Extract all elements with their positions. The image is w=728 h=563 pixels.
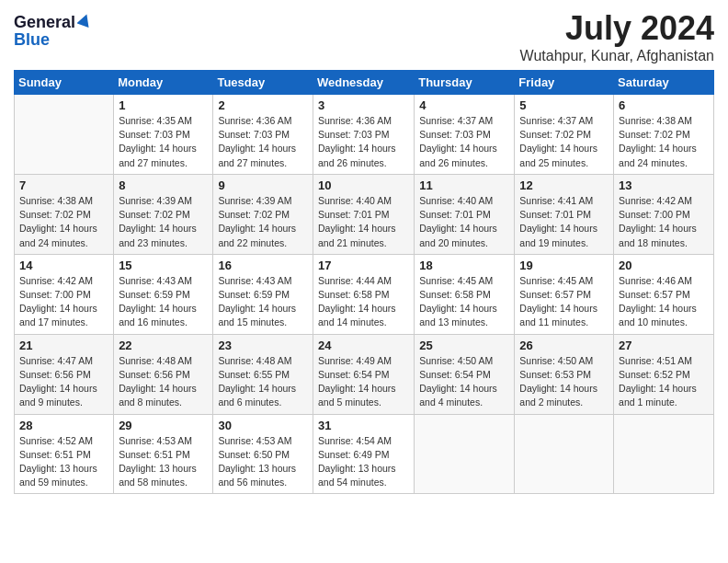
day-number: 28 (19, 419, 108, 432)
days-of-week-row: SundayMondayTuesdayWednesdayThursdayFrid… (15, 71, 714, 95)
week-row-1: 1Sunrise: 4:35 AM Sunset: 7:03 PM Daylig… (15, 95, 714, 175)
calendar-header: SundayMondayTuesdayWednesdayThursdayFrid… (15, 71, 714, 95)
day-number: 25 (419, 339, 509, 352)
day-detail: Sunrise: 4:40 AM Sunset: 7:01 PM Dayligh… (318, 194, 409, 250)
calendar-cell: 22Sunrise: 4:48 AM Sunset: 6:56 PM Dayli… (114, 334, 213, 414)
day-number: 9 (218, 178, 308, 192)
title-area: July 2024 Wutahpur, Kunar, Afghanistan (520, 9, 714, 64)
calendar-cell (614, 414, 714, 494)
day-detail: Sunrise: 4:43 AM Sunset: 6:59 PM Dayligh… (119, 274, 208, 330)
day-number: 29 (119, 419, 208, 432)
week-row-2: 7Sunrise: 4:38 AM Sunset: 7:02 PM Daylig… (15, 174, 714, 254)
day-detail: Sunrise: 4:36 AM Sunset: 7:03 PM Dayligh… (218, 114, 308, 170)
calendar-cell: 15Sunrise: 4:43 AM Sunset: 6:59 PM Dayli… (114, 254, 213, 334)
calendar-cell: 24Sunrise: 4:49 AM Sunset: 6:54 PM Dayli… (313, 334, 414, 414)
day-detail: Sunrise: 4:38 AM Sunset: 7:02 PM Dayligh… (19, 194, 108, 250)
day-of-week-wednesday: Wednesday (313, 71, 414, 95)
calendar-cell: 9Sunrise: 4:39 AM Sunset: 7:02 PM Daylig… (213, 174, 313, 254)
day-number: 1 (119, 98, 208, 112)
calendar-cell: 19Sunrise: 4:45 AM Sunset: 6:57 PM Dayli… (515, 254, 614, 334)
day-number: 23 (218, 339, 308, 352)
day-detail: Sunrise: 4:47 AM Sunset: 6:56 PM Dayligh… (19, 354, 108, 410)
logo-icon (77, 13, 92, 28)
calendar-table: SundayMondayTuesdayWednesdayThursdayFrid… (14, 70, 714, 494)
day-detail: Sunrise: 4:39 AM Sunset: 7:02 PM Dayligh… (119, 194, 208, 250)
location: Wutahpur, Kunar, Afghanistan (520, 48, 714, 64)
calendar-cell: 20Sunrise: 4:46 AM Sunset: 6:57 PM Dayli… (614, 254, 714, 334)
day-number: 24 (318, 339, 409, 352)
calendar-cell: 4Sunrise: 4:37 AM Sunset: 7:03 PM Daylig… (415, 95, 515, 175)
day-number: 17 (318, 259, 409, 272)
calendar-cell: 29Sunrise: 4:53 AM Sunset: 6:51 PM Dayli… (114, 414, 213, 494)
calendar-cell: 10Sunrise: 4:40 AM Sunset: 7:01 PM Dayli… (313, 174, 414, 254)
header: General Blue July 2024 Wutahpur, Kunar, … (14, 9, 714, 64)
calendar-body: 1Sunrise: 4:35 AM Sunset: 7:03 PM Daylig… (15, 95, 714, 494)
calendar-cell: 28Sunrise: 4:52 AM Sunset: 6:51 PM Dayli… (15, 414, 114, 494)
calendar-cell: 5Sunrise: 4:37 AM Sunset: 7:02 PM Daylig… (515, 95, 614, 175)
day-number: 13 (619, 178, 709, 192)
calendar-cell: 25Sunrise: 4:50 AM Sunset: 6:54 PM Dayli… (415, 334, 515, 414)
day-detail: Sunrise: 4:35 AM Sunset: 7:03 PM Dayligh… (119, 114, 208, 170)
calendar-cell: 26Sunrise: 4:50 AM Sunset: 6:53 PM Dayli… (515, 334, 614, 414)
day-detail: Sunrise: 4:48 AM Sunset: 6:55 PM Dayligh… (218, 354, 308, 410)
calendar-cell: 27Sunrise: 4:51 AM Sunset: 6:52 PM Dayli… (614, 334, 714, 414)
day-number: 16 (218, 259, 308, 272)
day-number: 31 (318, 419, 409, 432)
week-row-4: 21Sunrise: 4:47 AM Sunset: 6:56 PM Dayli… (15, 334, 714, 414)
day-number: 19 (519, 259, 609, 272)
day-number: 30 (218, 419, 308, 432)
day-detail: Sunrise: 4:54 AM Sunset: 6:49 PM Dayligh… (318, 434, 409, 490)
week-row-3: 14Sunrise: 4:42 AM Sunset: 7:00 PM Dayli… (15, 254, 714, 334)
day-detail: Sunrise: 4:48 AM Sunset: 6:56 PM Dayligh… (119, 354, 208, 410)
day-detail: Sunrise: 4:41 AM Sunset: 7:01 PM Dayligh… (519, 194, 609, 250)
calendar-cell: 17Sunrise: 4:44 AM Sunset: 6:58 PM Dayli… (313, 254, 414, 334)
calendar-cell: 31Sunrise: 4:54 AM Sunset: 6:49 PM Dayli… (313, 414, 414, 494)
day-detail: Sunrise: 4:53 AM Sunset: 6:51 PM Dayligh… (119, 434, 208, 490)
calendar-cell: 7Sunrise: 4:38 AM Sunset: 7:02 PM Daylig… (15, 174, 114, 254)
day-of-week-tuesday: Tuesday (213, 71, 313, 95)
calendar-cell (515, 414, 614, 494)
day-number: 7 (19, 178, 108, 192)
day-number: 14 (19, 259, 108, 272)
day-detail: Sunrise: 4:50 AM Sunset: 6:53 PM Dayligh… (519, 354, 609, 410)
calendar-cell: 8Sunrise: 4:39 AM Sunset: 7:02 PM Daylig… (114, 174, 213, 254)
day-detail: Sunrise: 4:40 AM Sunset: 7:01 PM Dayligh… (419, 194, 509, 250)
day-of-week-thursday: Thursday (415, 71, 515, 95)
day-number: 6 (619, 98, 709, 112)
day-number: 8 (119, 178, 208, 192)
calendar-cell: 3Sunrise: 4:36 AM Sunset: 7:03 PM Daylig… (313, 95, 414, 175)
day-number: 21 (19, 339, 108, 352)
day-number: 3 (318, 98, 409, 112)
day-number: 15 (119, 259, 208, 272)
day-detail: Sunrise: 4:46 AM Sunset: 6:57 PM Dayligh… (619, 274, 709, 330)
calendar-cell: 12Sunrise: 4:41 AM Sunset: 7:01 PM Dayli… (515, 174, 614, 254)
day-number: 20 (619, 259, 709, 272)
calendar-cell: 30Sunrise: 4:53 AM Sunset: 6:50 PM Dayli… (213, 414, 313, 494)
day-number: 26 (519, 339, 609, 352)
week-row-5: 28Sunrise: 4:52 AM Sunset: 6:51 PM Dayli… (15, 414, 714, 494)
day-of-week-friday: Friday (515, 71, 614, 95)
day-detail: Sunrise: 4:43 AM Sunset: 6:59 PM Dayligh… (218, 274, 308, 330)
svg-marker-0 (77, 13, 92, 28)
day-of-week-saturday: Saturday (614, 71, 714, 95)
calendar-cell: 23Sunrise: 4:48 AM Sunset: 6:55 PM Dayli… (213, 334, 313, 414)
calendar-cell: 6Sunrise: 4:38 AM Sunset: 7:02 PM Daylig… (614, 95, 714, 175)
day-detail: Sunrise: 4:37 AM Sunset: 7:02 PM Dayligh… (519, 114, 609, 170)
day-detail: Sunrise: 4:37 AM Sunset: 7:03 PM Dayligh… (419, 114, 509, 170)
logo: General Blue (14, 13, 92, 48)
day-detail: Sunrise: 4:45 AM Sunset: 6:58 PM Dayligh… (419, 274, 509, 330)
day-detail: Sunrise: 4:42 AM Sunset: 7:00 PM Dayligh… (619, 194, 709, 250)
logo-general: General (14, 14, 75, 30)
day-number: 12 (519, 178, 609, 192)
calendar-cell: 13Sunrise: 4:42 AM Sunset: 7:00 PM Dayli… (614, 174, 714, 254)
day-number: 5 (519, 98, 609, 112)
day-detail: Sunrise: 4:39 AM Sunset: 7:02 PM Dayligh… (218, 194, 308, 250)
month-year: July 2024 (520, 9, 714, 48)
day-detail: Sunrise: 4:51 AM Sunset: 6:52 PM Dayligh… (619, 354, 709, 410)
day-detail: Sunrise: 4:45 AM Sunset: 6:57 PM Dayligh… (519, 274, 609, 330)
day-detail: Sunrise: 4:38 AM Sunset: 7:02 PM Dayligh… (619, 114, 709, 170)
day-detail: Sunrise: 4:44 AM Sunset: 6:58 PM Dayligh… (318, 274, 409, 330)
day-number: 2 (218, 98, 308, 112)
calendar-cell: 18Sunrise: 4:45 AM Sunset: 6:58 PM Dayli… (415, 254, 515, 334)
calendar-cell: 21Sunrise: 4:47 AM Sunset: 6:56 PM Dayli… (15, 334, 114, 414)
